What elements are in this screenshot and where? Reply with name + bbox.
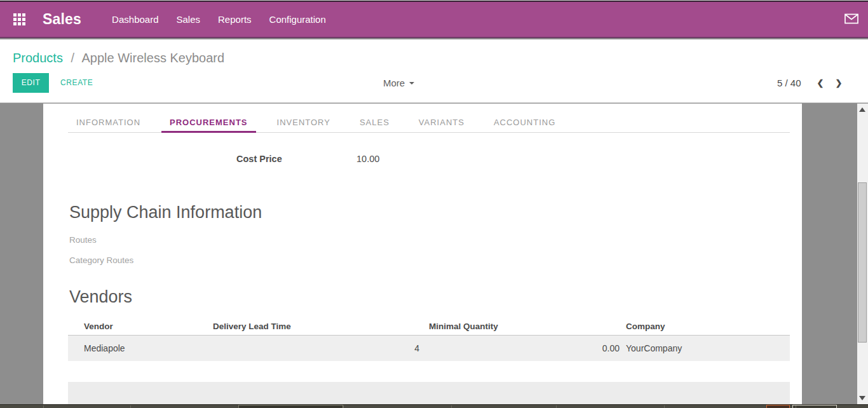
nav-item-dashboard[interactable]: Dashboard [112, 14, 158, 25]
tab-accounting[interactable]: ACCOUNTING [485, 113, 564, 132]
cost-price-label: Cost Price [236, 154, 356, 164]
more-dropdown-button[interactable]: More [383, 73, 414, 93]
tab-variants[interactable]: VARIANTS [410, 113, 473, 132]
record-pager: 5 / 40 ❮ ❯ [777, 73, 848, 93]
taskbar-separator [451, 405, 452, 408]
column-header-company: Company [620, 322, 790, 331]
vendors-section-title: Vendors [69, 287, 132, 307]
taskbar-separator [556, 405, 557, 408]
column-header-delivery-lead-time: Delivery Lead Time [197, 322, 419, 331]
routes-label: Routes [69, 235, 97, 245]
content-area: INFORMATION PROCUREMENTS INVENTORY SALES… [0, 104, 868, 404]
edit-button[interactable]: EDIT [13, 73, 49, 93]
taskbar-separator [43, 405, 44, 408]
nav-item-configuration[interactable]: Configuration [269, 14, 326, 25]
notebook-tabs: INFORMATION PROCUREMENTS INVENTORY SALES… [68, 113, 790, 133]
tab-inventory[interactable]: INVENTORY [269, 113, 339, 132]
pager-count[interactable]: 5 / 40 [777, 78, 801, 88]
taskbar-separator [796, 405, 796, 408]
apps-grid-icon[interactable] [13, 13, 25, 25]
more-label: More [383, 73, 405, 93]
taskbar-active-window-button[interactable] [238, 405, 343, 408]
pager-next-icon[interactable]: ❯ [829, 78, 848, 88]
scrollbar-thumb[interactable] [858, 182, 867, 343]
taskbar-highlighted-window-button[interactable] [766, 405, 790, 408]
column-header-vendor: Vendor [68, 322, 197, 331]
cell-minimal-quantity: 0.00 [419, 343, 620, 353]
tab-procurements[interactable]: PROCUREMENTS [161, 113, 256, 132]
cell-vendor: Mediapole [68, 343, 197, 353]
form-sheet: INFORMATION PROCUREMENTS INVENTORY SALES… [43, 104, 802, 404]
os-taskbar [0, 404, 868, 408]
vendors-table-header: Vendor Delivery Lead Time Minimal Quanti… [68, 317, 790, 336]
create-button[interactable]: CREATE [60, 73, 93, 93]
vendors-table: Vendor Delivery Lead Time Minimal Quanti… [68, 317, 790, 361]
control-panel: Products / Apple Wireless Keyboard EDIT … [0, 39, 868, 103]
envelope-icon[interactable] [844, 13, 858, 27]
breadcrumb-products-link[interactable]: Products [13, 51, 63, 65]
tab-sales[interactable]: SALES [351, 113, 398, 132]
app-name[interactable]: Sales [43, 11, 81, 28]
vertical-scrollbar[interactable] [857, 104, 868, 404]
scrollbar-down-arrow-icon[interactable] [859, 396, 865, 400]
cost-price-field: Cost Price 10.00 [236, 154, 379, 164]
breadcrumb-separator: / [71, 51, 75, 65]
nav-item-sales[interactable]: Sales [177, 14, 201, 25]
vendor-table-row[interactable]: Mediapole 4 0.00 YourCompany [68, 336, 790, 361]
cost-price-value: 10.00 [356, 154, 379, 164]
taskbar-window-button[interactable] [792, 405, 837, 408]
taskbar-separator [130, 405, 131, 408]
scrollbar-up-arrow-icon[interactable] [859, 107, 865, 112]
category-routes-label: Category Routes [69, 255, 133, 265]
nav-item-reports[interactable]: Reports [218, 14, 252, 25]
nav-menu: Dashboard Sales Reports Configuration [112, 14, 326, 25]
main-navbar: Sales Dashboard Sales Reports Configurat… [0, 2, 868, 38]
column-header-minimal-quantity: Minimal Quantity [419, 322, 620, 331]
cell-company: YourCompany [620, 343, 790, 353]
tab-information[interactable]: INFORMATION [68, 113, 149, 132]
taskbar-separator [664, 405, 665, 408]
pager-previous-icon[interactable]: ❮ [811, 78, 830, 88]
cell-delivery-lead-time: 4 [197, 343, 419, 353]
taskbar-separator [343, 405, 344, 408]
caret-down-icon [409, 82, 414, 85]
supply-chain-section-title: Supply Chain Information [69, 203, 262, 222]
breadcrumb-current-record: Apple Wireless Keyboard [82, 51, 225, 65]
breadcrumb: Products / Apple Wireless Keyboard [13, 51, 224, 65]
next-section-panel [68, 382, 790, 405]
